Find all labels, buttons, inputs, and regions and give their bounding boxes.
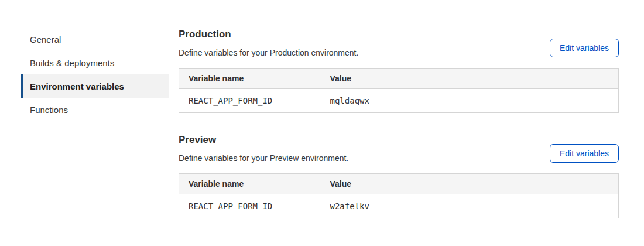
column-header-value: Value [321,174,619,194]
variable-name-cell: REACT_APP_FORM_ID [179,89,321,113]
sidebar-item-general[interactable]: General [21,28,169,51]
variable-value-cell: w2afelkv [321,194,619,218]
column-header-value: Value [321,69,619,89]
preview-section-text: Preview Define variables for your Previe… [179,134,348,163]
production-section-text: Production Define variables for your Pro… [179,29,358,57]
column-header-variable-name: Variable name [179,69,321,89]
environment-variables-panel: Production Define variables for your Pro… [179,28,619,218]
preview-section: Preview Define variables for your Previe… [179,134,619,218]
preview-edit-variables-button[interactable]: Edit variables [550,144,619,163]
settings-page: General Builds & deployments Environment… [0,0,644,218]
preview-section-title: Preview [179,134,348,146]
sidebar-item-functions[interactable]: Functions [21,98,169,121]
production-edit-variables-button[interactable]: Edit variables [550,39,619,57]
variable-name-cell: REACT_APP_FORM_ID [179,194,321,218]
production-section-description: Define variables for your Production env… [179,48,358,57]
production-section-title: Production [179,29,358,40]
production-section-header: Production Define variables for your Pro… [179,29,619,57]
table-header-row: Variable name Value [179,69,619,89]
settings-sidebar: General Builds & deployments Environment… [21,28,169,218]
table-header-row: Variable name Value [179,174,619,194]
table-row: REACT_APP_FORM_ID w2afelkv [179,194,619,218]
production-variables-table: Variable name Value REACT_APP_FORM_ID mq… [179,68,619,113]
table-row: REACT_APP_FORM_ID mqldaqwx [179,89,619,113]
sidebar-item-environment-variables[interactable]: Environment variables [21,74,169,98]
sidebar-item-builds-deployments[interactable]: Builds & deployments [21,51,169,74]
preview-variables-table: Variable name Value REACT_APP_FORM_ID w2… [179,173,619,218]
preview-section-description: Define variables for your Preview enviro… [179,153,348,163]
preview-section-header: Preview Define variables for your Previe… [179,134,619,163]
column-header-variable-name: Variable name [179,174,321,194]
variable-value-cell: mqldaqwx [321,89,619,113]
production-section: Production Define variables for your Pro… [179,29,619,113]
